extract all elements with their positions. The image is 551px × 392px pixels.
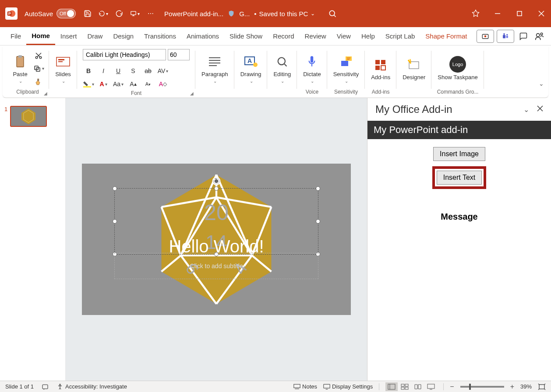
workspace: 1 — [0, 98, 551, 381]
status-bar: Slide 1 of 1 Accessibility: Investigate … — [0, 381, 551, 392]
tab-help[interactable]: Help — [356, 27, 380, 45]
qat-more-icon[interactable]: ⋯ — [146, 9, 155, 18]
redo-icon[interactable] — [114, 9, 124, 18]
tab-review[interactable]: Review — [300, 27, 332, 45]
tab-scriptlab[interactable]: Script Lab — [380, 27, 420, 45]
reading-view-button[interactable] — [412, 382, 424, 391]
slide-canvas[interactable]: 20 14 6 4 Hello World! Click to add subt… — [66, 98, 367, 381]
accessibility-button[interactable]: Accessibility: Investigate — [57, 383, 127, 390]
notes-button[interactable]: Notes — [293, 383, 317, 390]
font-color-button[interactable]: A▾ — [98, 79, 109, 89]
taskpane-close-icon[interactable] — [537, 105, 543, 114]
italic-button[interactable]: I — [98, 66, 109, 76]
title-text-frame[interactable]: Hello World! — [114, 188, 318, 255]
group-clipboard: Paste⌄ ▾ Clipboard ◢ — [6, 47, 49, 98]
tab-view[interactable]: View — [332, 27, 356, 45]
designer-button[interactable]: Designer — [401, 56, 427, 81]
cut-icon[interactable] — [32, 50, 45, 61]
tab-draw[interactable]: Draw — [82, 27, 108, 45]
svg-rect-14 — [503, 35, 505, 38]
show-taskpane-button[interactable]: LogoShow Taskpane — [436, 55, 480, 82]
tab-file[interactable]: File — [5, 27, 26, 45]
insert-text-button[interactable]: Insert Text — [437, 171, 482, 185]
svg-line-7 — [334, 15, 336, 17]
tab-insert[interactable]: Insert — [55, 27, 82, 45]
svg-rect-48 — [375, 60, 380, 64]
drawing-button[interactable]: ADrawing⌄ — [239, 53, 263, 84]
svg-point-6 — [330, 10, 335, 16]
tab-shapeformat[interactable]: Shape Format — [420, 27, 472, 45]
dictate-button[interactable]: Dictate⌄ — [301, 53, 322, 84]
underline-button[interactable]: U — [113, 66, 124, 76]
addins-button[interactable]: Add-ins — [369, 56, 392, 81]
shrink-font-button[interactable]: A▾ — [142, 79, 154, 89]
font-size-select[interactable] — [168, 49, 190, 60]
grow-font-button[interactable]: A▴ — [127, 79, 139, 89]
insert-image-button[interactable]: Insert Image — [433, 147, 485, 161]
svg-rect-44 — [341, 61, 348, 66]
clipboard-dialog-launcher[interactable]: ◢ — [44, 91, 47, 96]
highlight-button[interactable]: ▾ — [83, 79, 94, 89]
font-name-select[interactable] — [83, 49, 166, 60]
clear-formatting-button[interactable]: A◇ — [157, 79, 169, 89]
bold-button[interactable]: B — [83, 66, 94, 76]
svg-rect-50 — [375, 66, 380, 70]
display-settings-button[interactable]: Display Settings — [323, 383, 373, 390]
comments-button[interactable] — [517, 30, 530, 43]
language-button[interactable] — [42, 383, 49, 390]
change-case-button[interactable]: Aa▾ — [113, 79, 124, 89]
sensitivity-button[interactable]: Sensitivity⌄ — [332, 53, 361, 84]
svg-rect-32 — [83, 86, 91, 88]
format-painter-icon[interactable] — [32, 77, 45, 87]
slideshow-view-button[interactable] — [425, 382, 437, 391]
taskpane-menu-icon[interactable]: ⌄ — [523, 105, 529, 114]
font-dialog-launcher[interactable]: ◢ — [190, 91, 194, 96]
zoom-slider[interactable] — [460, 386, 504, 388]
slide-counter[interactable]: Slide 1 of 1 — [5, 383, 34, 390]
sorter-view-button[interactable] — [399, 382, 411, 391]
subtitle-placeholder: Click to add subtitle — [190, 262, 243, 270]
camera-button[interactable] — [477, 30, 494, 43]
svg-rect-85 — [405, 384, 408, 386]
undo-icon[interactable]: ▾ — [99, 9, 108, 18]
teams-button[interactable] — [497, 30, 514, 43]
strikethrough-button[interactable]: ab — [142, 66, 154, 76]
ribbon-collapse-button[interactable]: ⌄ — [539, 80, 544, 87]
tab-animations[interactable]: Animations — [181, 27, 224, 45]
zoom-in-button[interactable]: + — [510, 383, 514, 391]
tab-design[interactable]: Design — [108, 27, 139, 45]
save-status-dropdown[interactable]: • Saved to this PC ⌄ — [254, 10, 315, 18]
tab-transitions[interactable]: Transitions — [139, 27, 181, 45]
fit-window-button[interactable] — [538, 383, 546, 390]
slide-thumbnail-1[interactable] — [10, 106, 47, 127]
copy-icon[interactable]: ▾ — [32, 63, 45, 74]
character-spacing-button[interactable]: AV▾ — [157, 66, 169, 76]
present-icon[interactable]: ▾ — [130, 9, 140, 18]
minimize-button[interactable] — [493, 9, 502, 18]
maximize-button[interactable] — [515, 9, 524, 18]
subtitle-text-frame[interactable]: Click to add subtitle — [114, 253, 318, 279]
autosave-toggle[interactable]: AutoSave Off — [25, 9, 76, 18]
share-button[interactable] — [533, 30, 546, 43]
shadow-button[interactable]: S — [127, 66, 139, 76]
group-designer: Designer — [396, 47, 431, 98]
tab-home[interactable]: Home — [26, 27, 55, 45]
premium-icon[interactable] — [471, 9, 480, 18]
svg-rect-20 — [17, 56, 24, 67]
group-drawing: ADrawing⌄ — [234, 47, 268, 98]
save-icon[interactable] — [83, 9, 92, 18]
close-button[interactable] — [537, 9, 546, 18]
paste-button[interactable]: Paste⌄ — [11, 53, 30, 84]
slides-button[interactable]: Slides⌄ — [53, 53, 73, 84]
taskpane-message: Message — [441, 212, 478, 222]
tab-record[interactable]: Record — [268, 27, 299, 45]
svg-text:A: A — [247, 57, 252, 64]
rotate-handle[interactable] — [212, 176, 221, 186]
zoom-out-button[interactable]: − — [450, 383, 454, 391]
editing-button[interactable]: Editing⌄ — [272, 53, 293, 84]
tab-slideshow[interactable]: Slide Show — [224, 27, 268, 45]
search-button[interactable] — [328, 9, 337, 18]
paragraph-button[interactable]: Paragraph⌄ — [200, 53, 230, 84]
zoom-level[interactable]: 39% — [520, 383, 532, 390]
normal-view-button[interactable] — [385, 382, 398, 391]
